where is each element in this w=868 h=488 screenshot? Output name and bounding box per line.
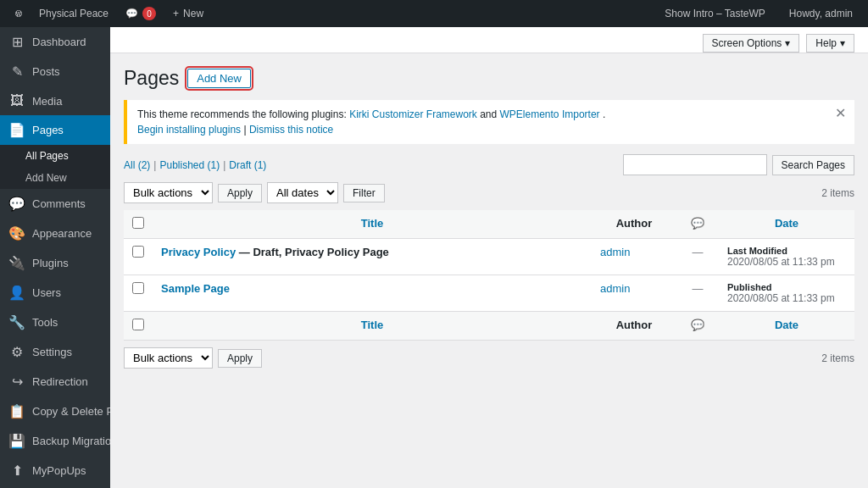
sidebar-item-pages[interactable]: 📄 Pages (0, 115, 110, 145)
redirection-icon: ↪ (8, 374, 25, 390)
th-comments: 💬 (676, 210, 719, 239)
notice-links: Begin installing plugins | Dismiss this … (137, 124, 844, 136)
users-icon: 👤 (8, 285, 25, 301)
dismiss-notice-link[interactable]: Dismiss this notice (249, 124, 333, 136)
filter-all[interactable]: All (2) (124, 159, 150, 171)
show-intro-link[interactable]: Show Intro – TasteWP (656, 0, 774, 27)
table-footer-row: Title Author 💬 Date (124, 312, 854, 341)
sidebar-item-mypopups[interactable]: ⬆ MyPopUps (0, 456, 110, 485)
sidebar-item-label: Copy & Delete Posts (32, 405, 110, 418)
search-input[interactable] (623, 154, 767, 175)
notice-link1[interactable]: Kirki Customizer Framework (349, 108, 477, 120)
tfoot-title-sort-link[interactable]: Title (361, 319, 384, 331)
subheader-right: Screen Options ▾ Help ▾ (703, 34, 854, 53)
appearance-icon: 🎨 (8, 225, 25, 241)
row-author-link[interactable]: admin (600, 246, 630, 258)
row-checkbox-cell (124, 275, 153, 312)
search-pages-button[interactable]: Search Pages (772, 155, 854, 175)
sidebar-item-media[interactable]: 🖼 Media (0, 86, 110, 115)
date-sort-link[interactable]: Date (775, 217, 798, 230)
page-heading: Pages Add New (124, 67, 854, 90)
sidebar-item-label: Tools (32, 316, 58, 329)
backup-icon: 💾 (8, 433, 25, 449)
sidebar-item-label: Settings (32, 346, 72, 358)
sidebar: ⊞ Dashboard ✎ Posts 🖼 Media 📄 Pages All … (0, 27, 110, 488)
row-author-cell: admin (592, 239, 676, 275)
row-title-link[interactable]: Privacy Policy (161, 246, 236, 258)
row-date-cell: Published 2020/08/05 at 11:33 pm (719, 275, 854, 312)
help-button[interactable]: Help ▾ (806, 34, 854, 53)
bottom-bulk-actions-select[interactable]: Bulk actions (124, 347, 213, 369)
howdy-menu[interactable]: Howdy, admin (781, 0, 861, 27)
notice-close-button[interactable]: ✕ (835, 107, 846, 120)
top-toolbar: Bulk actions Apply All dates Filter 2 it… (124, 182, 854, 203)
row-author-link[interactable]: admin (600, 282, 630, 295)
sidebar-item-settings[interactable]: ⚙ Settings (0, 337, 110, 367)
select-all-checkbox[interactable] (132, 217, 144, 229)
settings-icon: ⚙ (8, 344, 25, 360)
sidebar-item-posts[interactable]: ✎ Posts (0, 57, 110, 86)
sidebar-item-label: Users (32, 286, 61, 299)
add-new-button[interactable]: Add New (187, 69, 251, 88)
pages-table-body: Privacy Policy — Draft, Privacy Policy P… (124, 239, 854, 312)
bottom-apply-button[interactable]: Apply (218, 349, 262, 368)
title-sort-link[interactable]: Title (361, 217, 384, 230)
comments-icon: 💬 (8, 196, 25, 212)
row-date-value: 2020/08/05 at 11:33 pm (727, 256, 846, 268)
row-checkbox-cell (124, 239, 153, 275)
page-inner: Pages Add New ✕ This theme recommends th… (110, 53, 868, 382)
tfoot-date-sort-link[interactable]: Date (775, 319, 798, 331)
sidebar-item-copy-delete[interactable]: 📋 Copy & Delete Posts (0, 396, 110, 426)
sidebar-item-redirection[interactable]: ↪ Redirection (0, 367, 110, 396)
sidebar-item-plugins[interactable]: 🔌 Plugins (0, 248, 110, 278)
sidebar-sub-add-new[interactable]: Add New (0, 167, 110, 189)
row-date-cell: Last Modified 2020/08/05 at 11:33 pm (719, 239, 854, 275)
sidebar-item-label: Appearance (32, 227, 92, 240)
th-checkbox (124, 210, 153, 239)
row-checkbox[interactable] (132, 282, 144, 294)
apply-button[interactable]: Apply (218, 184, 262, 202)
admin-bar-site-name[interactable]: Physical Peace (31, 0, 117, 27)
help-label: Help (815, 37, 837, 49)
posts-icon: ✎ (8, 64, 25, 80)
tfoot-checkbox (124, 312, 153, 341)
screen-options-button[interactable]: Screen Options ▾ (703, 34, 800, 53)
sidebar-item-users[interactable]: 👤 Users (0, 278, 110, 308)
th-date: Date (719, 210, 854, 239)
sidebar-item-dashboard[interactable]: ⊞ Dashboard (0, 27, 110, 57)
filter-links: All (2) | Published (1) | Draft (1) (124, 159, 266, 171)
filter-draft[interactable]: Draft (1) (229, 159, 266, 171)
sidebar-item-comments[interactable]: 💬 Comments (0, 189, 110, 219)
notice-link2[interactable]: WPElemento Importer (500, 108, 600, 120)
row-title-cell: Privacy Policy — Draft, Privacy Policy P… (153, 239, 592, 275)
sidebar-item-label: MyPopUps (32, 464, 86, 477)
begin-installing-link[interactable]: Begin installing plugins (137, 124, 241, 136)
sidebar-item-appearance[interactable]: 🎨 Appearance (0, 219, 110, 248)
admin-bar-new[interactable]: + New (164, 0, 212, 27)
filter-sep1: | (153, 159, 156, 171)
row-checkbox[interactable] (132, 246, 144, 258)
page-title: Pages (124, 67, 179, 90)
wp-logo[interactable] (7, 0, 31, 27)
tfoot-comments-icon: 💬 (691, 319, 704, 331)
notice-text2: and (480, 108, 499, 120)
select-all-footer-checkbox[interactable] (132, 319, 144, 330)
bulk-actions-select[interactable]: Bulk actions (124, 182, 213, 203)
sidebar-item-tools[interactable]: 🔧 Tools (0, 308, 110, 337)
tools-icon: 🔧 (8, 314, 25, 330)
sidebar-item-backup[interactable]: 💾 Backup Migration (0, 426, 110, 456)
admin-bar-comments[interactable]: 💬 0 (117, 0, 164, 27)
date-filter-select[interactable]: All dates (267, 182, 338, 203)
notice-text1: This theme recommends the following plug… (137, 108, 349, 120)
filter-button[interactable]: Filter (343, 184, 385, 202)
row-title-link[interactable]: Sample Page (161, 282, 230, 295)
admin-bar-left: Physical Peace 💬 0 + New (7, 0, 656, 27)
row-title-cell: Sample Page (153, 275, 592, 312)
filter-published[interactable]: Published (1) (159, 159, 220, 171)
sidebar-sub-all-pages[interactable]: All Pages (0, 145, 110, 167)
tfoot-author: Author (592, 312, 676, 341)
notice-text3: . (603, 108, 605, 120)
sidebar-pages-submenu: All Pages Add New (0, 145, 110, 189)
pages-icon: 📄 (8, 122, 25, 138)
sidebar-item-label: Pages (32, 124, 64, 136)
